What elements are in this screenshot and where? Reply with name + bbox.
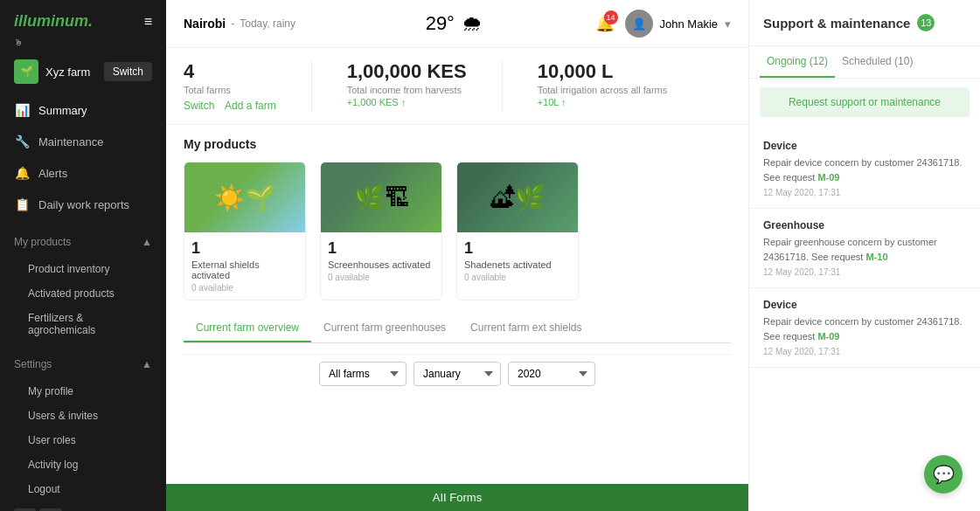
my-products-section: My products ▲ Product inventory Activate… xyxy=(0,227,166,342)
chevron-down-icon: ▾ xyxy=(725,17,731,31)
external-shields-name: External shields activated xyxy=(191,259,298,280)
product-image-screenhouses: 🌿🏗 xyxy=(321,162,441,232)
topbar-right: 🔔 14 👤 John Makie ▾ xyxy=(595,10,731,38)
support-date: 12 May 2020, 17:31 xyxy=(763,267,966,277)
daily-work-icon: 📋 xyxy=(14,197,30,211)
summary-icon: 📊 xyxy=(14,103,30,117)
support-item: Device Repair device concern by customer… xyxy=(749,288,980,368)
farm-name: Xyz farm xyxy=(45,66,97,79)
income-label: Total income from harvests xyxy=(347,85,467,95)
settings-section: Settings ▲ My profile Users & invites Us… xyxy=(0,349,166,501)
stat-divider-1 xyxy=(311,60,312,112)
tab-ongoing[interactable]: Ongoing (12) xyxy=(760,46,835,78)
month-select[interactable]: January February March April May June Ju… xyxy=(414,362,501,386)
tab-current-farm-ext-shields[interactable]: Current farm ext shields xyxy=(458,314,594,342)
dash-separator: - xyxy=(231,17,234,30)
support-link[interactable]: M-10 xyxy=(865,252,887,262)
switch-farm-link[interactable]: Switch xyxy=(184,100,214,112)
support-description: Repair device concern by customer 243617… xyxy=(763,155,966,184)
support-description: Repair device concern by customer 243617… xyxy=(763,314,966,343)
chevron-up-icon: ▲ xyxy=(142,358,152,370)
farm-icon: 🌱 xyxy=(14,59,38,84)
support-category: Greenhouse xyxy=(763,219,966,231)
tab-current-farm-overview[interactable]: Current farm overview xyxy=(184,314,311,342)
sidebar-item-users-invites[interactable]: Users & invites xyxy=(0,404,166,428)
weather-info: 29° 🌧 xyxy=(426,11,483,36)
product-info-shadenets: 1 Shadenets activated 0 available xyxy=(457,232,578,289)
support-date: 12 May 2020, 17:31 xyxy=(763,188,966,197)
sidebar-item-alerts[interactable]: 🔔 Alerts xyxy=(0,157,166,189)
user-name: John Makie xyxy=(660,17,718,31)
sidebar-item-daily-work[interactable]: 📋 Daily work reports xyxy=(0,189,166,220)
product-image-external-shields: ☀️🌱 xyxy=(184,162,305,232)
products-section: My products ☀️🌱 1 External shields activ… xyxy=(166,125,748,484)
support-list: Device Repair device concern by customer… xyxy=(749,126,980,511)
irrigation-label: Total irrigation across all farms xyxy=(538,85,668,95)
sidebar-item-user-roles[interactable]: User roles xyxy=(0,428,166,452)
stat-farms: 4 Total farms Switch Add a farm xyxy=(184,60,276,112)
sidebar-item-label: Maintenance xyxy=(38,135,103,148)
sidebar-item-product-inventory[interactable]: Product inventory xyxy=(0,257,166,281)
income-value: 1,00,000 KES xyxy=(347,60,467,83)
stat-divider-2 xyxy=(502,60,503,112)
sidebar-item-label: Daily work reports xyxy=(38,198,129,211)
product-card-shadenets[interactable]: 🏕🌿 1 Shadenets activated 0 available xyxy=(456,162,579,300)
location-info: Nairobi - Today, rainy xyxy=(184,17,295,31)
support-link[interactable]: M-09 xyxy=(817,172,839,183)
sidebar-item-maintenance[interactable]: 🔧 Maintenance xyxy=(0,126,166,157)
external-shields-available: 0 available xyxy=(191,283,298,293)
support-category: Device xyxy=(763,299,966,311)
logo: illuminum. xyxy=(14,12,93,31)
income-change: +1,000 KES ↑ xyxy=(347,97,467,107)
switch-button[interactable]: Switch xyxy=(104,62,152,81)
all-farms-select[interactable]: All farms xyxy=(319,362,407,386)
sidebar-item-fertilizers[interactable]: Fertilizers & agrochemicals xyxy=(0,306,166,342)
stat-irrigation: 10,000 L Total irrigation across all far… xyxy=(538,60,668,112)
bottom-toggles: °F °C Litres Gallon xyxy=(0,501,166,511)
product-card-external-shields[interactable]: ☀️🌱 1 External shields activated 0 avail… xyxy=(184,162,306,300)
sidebar-item-logout[interactable]: Logout xyxy=(0,477,166,501)
shadenets-name: Shadenets activated xyxy=(464,259,571,270)
product-image-shadenets: 🏕🌿 xyxy=(457,162,578,232)
sidebar-item-activated-products[interactable]: Activated products xyxy=(0,281,166,306)
shadenets-available: 0 available xyxy=(464,273,571,282)
right-panel: Support & maintenance 13 Ongoing (12) Sc… xyxy=(748,0,980,511)
sidebar-item-my-profile[interactable]: My profile xyxy=(0,379,166,404)
add-farm-link[interactable]: Add a farm xyxy=(225,100,276,112)
notification-button[interactable]: 🔔 14 xyxy=(595,14,615,33)
tab-scheduled[interactable]: Scheduled (10) xyxy=(835,46,920,78)
request-support-button[interactable]: Request support or maintenance xyxy=(760,87,970,117)
support-link[interactable]: M-09 xyxy=(817,331,839,342)
panel-title: Support & maintenance xyxy=(763,16,910,31)
products-title: My products xyxy=(184,137,731,151)
chat-fab-button[interactable]: 💬 xyxy=(924,455,963,494)
chevron-up-icon: ▲ xyxy=(142,236,152,248)
avatar: 👤 xyxy=(625,10,653,38)
sidebar-item-summary[interactable]: 📊 Summary xyxy=(0,94,166,126)
farm-switcher: 🌱 Xyz farm Switch xyxy=(0,52,166,91)
hamburger-icon[interactable]: ≡ xyxy=(144,14,152,30)
external-shields-count: 1 xyxy=(191,239,298,258)
weather-icon: 🌧 xyxy=(462,11,483,36)
product-info-screenhouses: 1 Screenhouses activated 0 available xyxy=(321,232,441,289)
products-grid: ☀️🌱 1 External shields activated 0 avail… xyxy=(184,162,731,300)
settings-header[interactable]: Settings ▲ xyxy=(0,349,166,379)
user-info[interactable]: 👤 John Makie ▾ xyxy=(625,10,731,38)
product-card-screenhouses[interactable]: 🌿🏗 1 Screenhouses activated 0 available xyxy=(320,162,442,300)
my-products-header[interactable]: My products ▲ xyxy=(0,227,166,257)
shadenets-count: 1 xyxy=(464,239,571,258)
tab-current-farm-greenhouses[interactable]: Current farm greenhouses xyxy=(311,314,458,342)
screenhouses-name: Screenhouses activated xyxy=(328,259,434,270)
bottom-filters: All farms January February March April M… xyxy=(184,354,731,393)
support-date: 12 May 2020, 17:31 xyxy=(763,347,966,356)
stats-bar: 4 Total farms Switch Add a farm 1,00,000… xyxy=(166,48,748,125)
sidebar-header: illuminum. ≡ xyxy=(0,0,166,38)
year-select[interactable]: 2019 2020 2021 2022 xyxy=(508,362,595,386)
all-forms-bar[interactable]: AII Forms xyxy=(166,484,748,511)
farms-value: 4 xyxy=(184,60,276,83)
support-item: Device Repair device concern by customer… xyxy=(749,129,980,209)
sidebar-item-activity-log[interactable]: Activity log xyxy=(0,452,166,477)
panel-tabs: Ongoing (12) Scheduled (10) xyxy=(749,46,980,79)
sidebar: illuminum. ≡ 🖱 🌱 Xyz farm Switch 📊 Summa… xyxy=(0,0,166,511)
stat-income: 1,00,000 KES Total income from harvests … xyxy=(347,60,467,112)
